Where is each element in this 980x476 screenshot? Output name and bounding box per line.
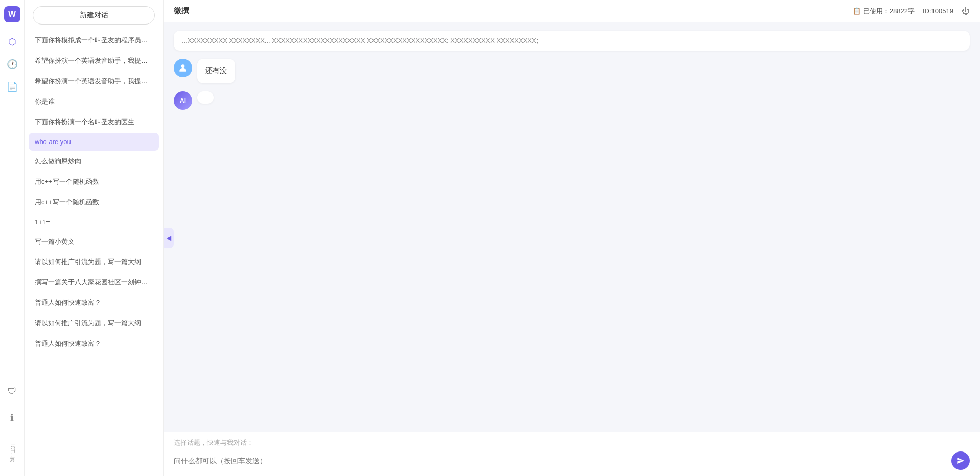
sidebar-item[interactable]: 普通人如何快速致富？ xyxy=(29,293,159,313)
ai-avatar: Ai xyxy=(174,91,192,110)
conversation-list: 下面你将模拟成一个叫圣友的程序员，我说...希望你扮演一个英语发音助手，我提供给… xyxy=(25,31,163,476)
sidebar-item[interactable]: 用c++写一个随机函数 xyxy=(29,193,159,212)
user-avatar xyxy=(174,59,192,77)
usage-indicator: 📋 已使用：28822字 xyxy=(853,7,915,16)
nav-document[interactable]: 📄 xyxy=(3,78,21,96)
send-button[interactable] xyxy=(951,451,970,470)
sidebar-item[interactable]: who are you xyxy=(29,133,159,151)
nav-home[interactable]: ⬡ xyxy=(3,33,21,51)
chat-input[interactable] xyxy=(174,453,946,469)
topbar: 微撰 📋 已使用：28822字 ID:100519 ⏻ xyxy=(164,0,980,22)
topbar-title: 微撰 xyxy=(174,6,189,16)
sidebar-item[interactable]: 希望你扮演一个英语发音助手，我提供给你... xyxy=(29,72,159,91)
nav-info[interactable]: ℹ xyxy=(3,409,21,427)
input-area: 选择话题，快速与我对话： xyxy=(164,432,980,476)
user-id: ID:100519 xyxy=(923,7,953,15)
sidebar-item[interactable]: 下面你将扮演一个名叫圣友的医生 xyxy=(29,112,159,132)
sidebar-item[interactable]: 写一篇小黄文 xyxy=(29,232,159,251)
sidebar-item[interactable]: 怎么做狗屎炒肉 xyxy=(29,152,159,171)
svg-point-0 xyxy=(181,64,185,68)
sidebar-collapse-button[interactable]: ◀ xyxy=(164,228,174,248)
app-logo[interactable]: W xyxy=(4,6,20,22)
nav-clock[interactable]: 🕐 xyxy=(3,55,21,74)
sidebar-item[interactable]: 1+1= xyxy=(29,213,159,231)
chat-area: ...XXXXXXXXX XXXXXXXX... XXXXXXXXXXXXXXX… xyxy=(164,22,980,432)
sidebar-item[interactable]: 请以如何推广引流为题，写一篇大纲 xyxy=(29,314,159,333)
usage-icon: 📋 xyxy=(853,7,861,15)
ai-message-bubble xyxy=(197,91,214,104)
sidebar-item[interactable]: 请以如何推广引流为题，写一篇大纲 xyxy=(29,252,159,272)
sidebar-item[interactable]: 普通人如何快速致富？ xyxy=(29,334,159,353)
new-conversation-button[interactable]: 新建对话 xyxy=(33,6,155,25)
sidebar-item[interactable]: 下面你将模拟成一个叫圣友的程序员，我说... xyxy=(29,31,159,50)
clipped-message: ...XXXXXXXXX XXXXXXXX... XXXXXXXXXXXXXXX… xyxy=(174,31,970,51)
quick-select-label: 选择话题，快速与我对话： xyxy=(174,438,970,447)
power-button[interactable]: ⏻ xyxy=(962,7,970,16)
sidebar-item[interactable]: 用c++写一个随机函数 xyxy=(29,172,159,192)
topbar-right: 📋 已使用：28822字 ID:100519 ⏻ xyxy=(853,7,970,16)
main-panel: 微撰 📋 已使用：28822字 ID:100519 ⏻ ...XXXXXXXXX… xyxy=(164,0,980,476)
ai-message-row: Ai xyxy=(174,91,970,110)
nav-shield[interactable]: 🛡 xyxy=(3,382,21,400)
sidebar-item[interactable]: 你是谁 xyxy=(29,92,159,111)
sidebar-item[interactable]: 撰写一篇关于八大家花园社区一刻钟便民生... xyxy=(29,273,159,292)
usage-text: 已使用：28822字 xyxy=(863,7,915,16)
sidebar-item[interactable]: 希望你扮演一个英语发音助手，我提供给你... xyxy=(29,51,159,70)
sidebar: 新建对话 下面你将模拟成一个叫圣友的程序员，我说...希望你扮演一个英语发音助手… xyxy=(25,0,164,476)
input-row xyxy=(174,451,970,470)
user-message-bubble: 还有没 xyxy=(197,59,235,83)
icon-bar: W ⬡ 🕐 📄 🛡 ℹ ICT算力... xyxy=(0,0,25,476)
user-message-row: 还有没 xyxy=(174,59,970,83)
nav-footer-text: ICT算力... xyxy=(3,435,21,466)
